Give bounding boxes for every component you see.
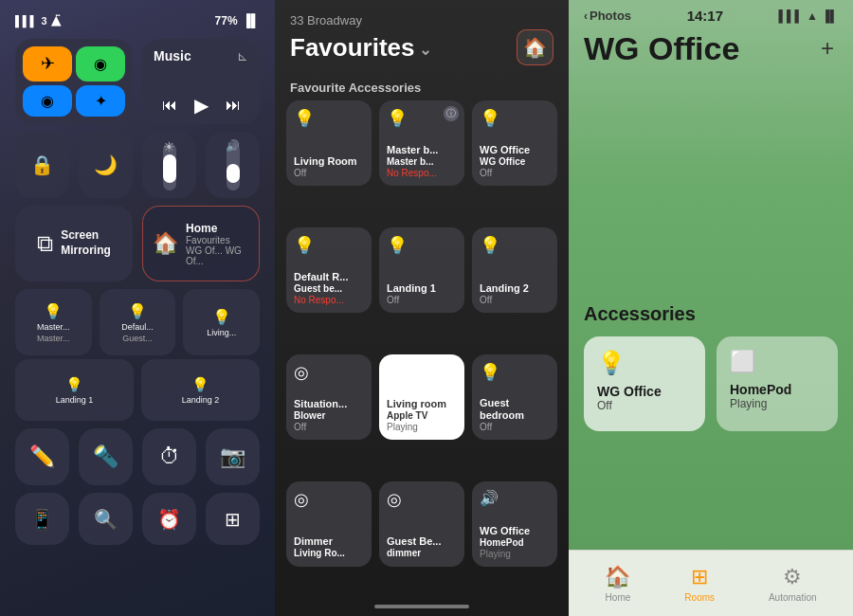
wifi-button[interactable]: ◉ <box>23 85 72 118</box>
tile-default-r[interactable]: 💡 Default R... Guest be... No Respo... <box>286 227 372 313</box>
prev-button[interactable]: ⏮ <box>162 97 177 114</box>
tile-wg-office[interactable]: 💡 WG Office WG Office Off <box>472 100 557 186</box>
tab-rooms-label: Rooms <box>684 592 715 603</box>
tab-automation[interactable]: ⚙ Automation <box>759 561 826 607</box>
magnifier-button[interactable]: 🔍 <box>79 493 133 545</box>
flashlight-button[interactable]: 🔦 <box>79 428 133 485</box>
homepod-icon: 🔊 <box>480 489 550 507</box>
address-label: 33 Broadway <box>290 13 554 27</box>
tile-guest-dimmer[interactable]: ◎ Guest Be... dimmer <box>379 481 464 567</box>
status-bar: ▌▌▌ 3 ▲̈ 77% ▐▌ <box>9 9 265 35</box>
bulb-icon-2: 💡 <box>128 302 147 320</box>
qr-scanner-button[interactable]: ⊞ <box>206 493 260 545</box>
living-accessory[interactable]: 💡 Living... <box>183 289 260 355</box>
brightness-slider[interactable]: ☀ <box>142 132 196 198</box>
panel3-battery-icon: ▐▌ <box>822 9 838 23</box>
remote-icon: 📱 <box>30 508 54 531</box>
tile-situation-blower[interactable]: ◎ Situation... Blower Off <box>286 354 372 440</box>
landing2-accessory[interactable]: 💡 Landing 2 <box>141 359 260 421</box>
panel3-spacer <box>569 76 853 303</box>
cellular-button[interactable]: ◉ <box>76 46 125 82</box>
panel2-section-label: Favourite Accessories <box>275 73 569 100</box>
moon-icon: 🌙 <box>94 154 118 176</box>
tile-dimmer-living[interactable]: ◎ Dimmer Living Ro... <box>286 481 372 567</box>
remote-button[interactable]: 📱 <box>15 493 69 545</box>
clock-button[interactable]: ⏰ <box>142 493 196 545</box>
dropdown-chevron: ⌄ <box>419 41 431 59</box>
bluetooth-button[interactable]: ✦ <box>76 85 125 118</box>
status-right: 77% ▐▌ <box>215 13 260 27</box>
volume-slider[interactable]: 🔊 <box>206 132 260 198</box>
landing1-accessory[interactable]: 💡 Landing 1 <box>15 359 134 421</box>
play-button[interactable]: ▶ <box>194 94 209 117</box>
tile-living-room[interactable]: 💡 Living Room Off <box>286 100 372 186</box>
tile-master-b[interactable]: 💡 ⓘ Master b... Master b... No Respo... <box>379 100 464 186</box>
bulb-icon-l2: 💡 <box>191 376 209 393</box>
airplane-mode-button[interactable]: ✈ <box>23 46 72 82</box>
battery-percent: 77% <box>215 14 238 27</box>
do-not-disturb-button[interactable]: 🌙 <box>79 132 133 198</box>
living-label: Living... <box>207 328 236 337</box>
wg-office-name: WG Office <box>597 384 692 399</box>
next-button[interactable]: ⏭ <box>226 97 241 114</box>
tab-home[interactable]: 🏠 Home <box>595 561 640 607</box>
row2-controls: 🔒 🌙 ☀ 🔊 <box>9 128 265 202</box>
panel3-add-button[interactable]: + <box>817 31 838 65</box>
timer-button[interactable]: ⏱ <box>142 428 196 485</box>
screen-mirroring-button[interactable]: ⧉ ScreenMirroring <box>15 206 133 281</box>
default-accessory[interactable]: 💡 Defaul... Guest... <box>100 289 176 355</box>
status-left: ▌▌▌ 3 ▲̈ <box>15 13 61 27</box>
screen-mirroring-label: ScreenMirroring <box>61 228 111 258</box>
tab-home-label: Home <box>606 592 631 603</box>
flashlight-icon: 🔦 <box>93 444 118 469</box>
tile-wg-homepod[interactable]: 🔊 WG Office HomePod Playing <box>472 481 557 567</box>
default-label: Defaul... <box>121 322 154 332</box>
back-chevron: ‹ <box>584 9 588 23</box>
dimmer-icon: ◎ <box>294 362 364 383</box>
panel2-title-row: Favourites ⌄ 🏠 <box>290 29 554 65</box>
tab-home-icon: 🏠 <box>605 565 630 589</box>
back-button[interactable]: ‹ Photos <box>584 9 631 23</box>
dimmer-icon-3: ◎ <box>387 489 457 510</box>
volume-fill <box>227 164 240 183</box>
tile-appletv[interactable]: Living room Apple TV Playing <box>379 354 464 440</box>
tile-wg-office-room[interactable]: 💡 WG Office Off <box>584 336 705 431</box>
master-accessory[interactable]: 💡 Master... Master... <box>15 289 92 355</box>
plus-icon: + <box>821 35 834 61</box>
panel3-header: WG Office + <box>569 27 853 76</box>
orientation-lock-button[interactable]: 🔒 <box>15 132 69 198</box>
camera-icon: 📷 <box>220 444 245 469</box>
home-tile-text: Home Favourites WG Of... WG Of... <box>186 222 249 266</box>
signal-bars-icon: ▌▌▌ <box>779 9 804 23</box>
tile-guest-bedroom[interactable]: 💡 Guest bedroom Off <box>472 354 557 440</box>
wg-office-panel: ‹ Photos 14:17 ▌▌▌ ▲ ▐▌ WG Office + Acce… <box>569 0 853 616</box>
landing2-label: Landing 2 <box>182 395 220 405</box>
home-icon: 🏠 <box>153 231 178 256</box>
notes-button[interactable]: ✏️ <box>15 428 69 485</box>
bulb-icon-4: 💡 <box>294 235 364 256</box>
airplane-icon: ✈ <box>41 53 55 74</box>
tile-landing2[interactable]: 💡 Landing 2 Off <box>472 227 557 313</box>
panel3-section-title: Accessories <box>584 303 838 325</box>
cellular-icon: ◉ <box>94 55 107 73</box>
panel2-home-indicator <box>275 601 569 616</box>
bulb-icon-living: 💡 <box>212 308 231 326</box>
tile-landing1[interactable]: 💡 Landing 1 Off <box>379 227 464 313</box>
row1: ✈ ◉ ◉ ✦ Music ⊾ ⏮ ▶ ⏭ <box>9 35 265 128</box>
tab-rooms[interactable]: ⊞ Rooms <box>675 561 724 607</box>
home-favourites-button[interactable]: 🏠 Home Favourites WG Of... WG Of... <box>142 206 260 281</box>
panel2-header: 33 Broadway Favourites ⌄ 🏠 <box>275 0 569 73</box>
tile-homepod-room[interactable]: ⬜ HomePod Playing <box>717 336 838 431</box>
favourites-grid: 💡 Living Room Off 💡 ⓘ Master b... Master… <box>275 100 569 601</box>
landing-row: 💡 Landing 1 💡 Landing 2 <box>9 359 265 425</box>
panel3-bottom-spacer <box>569 531 853 550</box>
home-app-icon[interactable]: 🏠 <box>517 29 554 65</box>
tab-rooms-icon: ⊞ <box>691 565 708 589</box>
music-title: Music <box>154 48 191 63</box>
airplay-icon[interactable]: ⊾ <box>237 48 248 63</box>
home-app-panel: 33 Broadway Favourites ⌄ 🏠 Favourite Acc… <box>275 0 569 616</box>
screen-mirroring-icon: ⧉ <box>37 230 53 257</box>
favourites-dropdown[interactable]: Favourites ⌄ <box>290 33 431 63</box>
camera-button[interactable]: 📷 <box>206 428 260 485</box>
timer-icon: ⏱ <box>159 444 180 469</box>
